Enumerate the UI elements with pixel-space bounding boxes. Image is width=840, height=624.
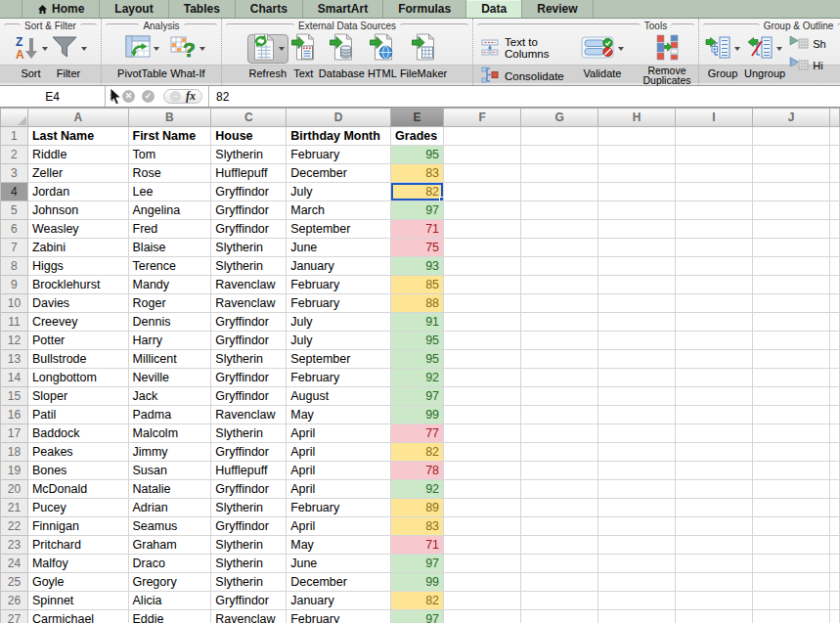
- cell-D7[interactable]: June: [287, 239, 391, 257]
- cell-H27[interactable]: [598, 610, 676, 624]
- row-header-17[interactable]: 17: [1, 424, 28, 443]
- cell-B25[interactable]: Gregory: [128, 573, 211, 592]
- cell-E26[interactable]: 82: [391, 592, 444, 610]
- cell-A27[interactable]: Carmichael: [27, 610, 128, 624]
- cell-A17[interactable]: Baddock: [27, 424, 128, 443]
- cell-C14[interactable]: Gryffindor: [211, 369, 287, 387]
- row-header-5[interactable]: 5: [1, 201, 28, 220]
- cell-H24[interactable]: [598, 555, 676, 573]
- cell-G17[interactable]: [521, 424, 598, 443]
- cell-F9[interactable]: [444, 276, 521, 294]
- import-html-button[interactable]: HTML: [368, 34, 397, 80]
- cell-C26[interactable]: Gryffindor: [211, 592, 287, 610]
- cell-J12[interactable]: [753, 332, 830, 350]
- cell-F16[interactable]: [444, 406, 521, 424]
- cell-F6[interactable]: [444, 220, 521, 239]
- cell-F24[interactable]: [444, 555, 521, 573]
- filter-button[interactable]: Filter: [51, 34, 87, 80]
- cell-E6[interactable]: 71: [391, 220, 444, 239]
- cell-J8[interactable]: [753, 257, 830, 276]
- cell-J2[interactable]: [753, 146, 830, 164]
- cell-J19[interactable]: [753, 462, 830, 480]
- cell-E24[interactable]: 97: [391, 555, 444, 573]
- cell-B23[interactable]: Graham: [128, 536, 211, 555]
- cell-B6[interactable]: Fred: [128, 220, 211, 239]
- cell-B8[interactable]: Terence: [128, 257, 211, 276]
- row-header-12[interactable]: 12: [1, 332, 28, 350]
- cell-E22[interactable]: 83: [391, 517, 444, 536]
- cell-B18[interactable]: Jimmy: [128, 443, 211, 462]
- cell-G25[interactable]: [521, 573, 598, 592]
- cell-H4[interactable]: [598, 183, 676, 201]
- cell-A8[interactable]: Higgs: [27, 257, 128, 276]
- cell-D6[interactable]: September: [287, 220, 391, 239]
- row-header-19[interactable]: 19: [1, 462, 28, 480]
- cell-I25[interactable]: [676, 573, 753, 592]
- row-header-13[interactable]: 13: [1, 350, 28, 369]
- column-header-I[interactable]: I: [676, 109, 753, 127]
- cell-A5[interactable]: Johnson: [27, 201, 128, 220]
- column-header-F[interactable]: F: [444, 109, 521, 127]
- cell-J3[interactable]: [753, 164, 830, 183]
- what-if-button[interactable]: ? What-If: [170, 34, 205, 80]
- cell-H2[interactable]: [598, 146, 676, 164]
- cell-J26[interactable]: [753, 592, 830, 610]
- cell-I2[interactable]: [676, 146, 753, 164]
- cell-F4[interactable]: [444, 183, 521, 201]
- cell-F23[interactable]: [444, 536, 521, 555]
- cell-I13[interactable]: [676, 350, 753, 369]
- cell-J24[interactable]: [753, 555, 830, 573]
- import-text-button[interactable]: Text: [291, 34, 316, 80]
- row-header-3[interactable]: 3: [1, 164, 28, 183]
- cell-F3[interactable]: [444, 164, 521, 183]
- cell-J21[interactable]: [753, 499, 830, 517]
- text-to-columns-button[interactable]: Text to Columns: [481, 36, 569, 60]
- cell-A11[interactable]: Creevey: [27, 313, 128, 332]
- row-header-1[interactable]: 1: [1, 127, 28, 146]
- tab-tables[interactable]: Tables: [169, 0, 236, 18]
- cell-G22[interactable]: [521, 517, 598, 536]
- cell-H9[interactable]: [598, 276, 676, 294]
- cell-G19[interactable]: [521, 462, 598, 480]
- cell-E12[interactable]: 95: [391, 332, 444, 350]
- cell-E17[interactable]: 77: [391, 424, 444, 443]
- cell-H1[interactable]: [598, 127, 676, 146]
- group-button[interactable]: Group: [705, 34, 740, 80]
- cell-C18[interactable]: Gryffindor: [211, 443, 287, 462]
- cell-E16[interactable]: 99: [391, 406, 444, 424]
- row-header-26[interactable]: 26: [1, 592, 28, 610]
- cell-E2[interactable]: 95: [391, 146, 444, 164]
- cell-I24[interactable]: [676, 555, 753, 573]
- cell-E7[interactable]: 75: [391, 239, 444, 257]
- cell-A9[interactable]: Brocklehurst: [27, 276, 128, 294]
- consolidate-button[interactable]: Consolidate: [481, 67, 569, 85]
- cell-D12[interactable]: July: [287, 332, 391, 350]
- cell-F21[interactable]: [444, 499, 521, 517]
- row-header-27[interactable]: 27: [1, 610, 28, 624]
- hide-detail-button[interactable]: Hi: [789, 57, 825, 73]
- cell-C5[interactable]: Gryffindor: [211, 201, 287, 220]
- cell-C10[interactable]: Ravenclaw: [211, 294, 287, 313]
- cell-E5[interactable]: 97: [391, 201, 444, 220]
- cell-F26[interactable]: [444, 592, 521, 610]
- cell-C11[interactable]: Gryffindor: [211, 313, 287, 332]
- insert-function-button[interactable]: – fx: [163, 89, 202, 104]
- validate-button[interactable]: Validate: [581, 34, 624, 80]
- cell-D3[interactable]: December: [287, 164, 391, 183]
- cell-D23[interactable]: May: [287, 536, 391, 555]
- cell-G16[interactable]: [521, 406, 598, 424]
- cell-G5[interactable]: [521, 201, 598, 220]
- cell-I21[interactable]: [676, 499, 753, 517]
- cell-J1[interactable]: [753, 127, 830, 146]
- cell-J27[interactable]: [753, 610, 830, 624]
- cell-I22[interactable]: [676, 517, 753, 536]
- cell-C15[interactable]: Gryffindor: [211, 387, 287, 406]
- row-header-14[interactable]: 14: [1, 369, 28, 387]
- chevron-down-icon[interactable]: [154, 47, 159, 51]
- cell-A20[interactable]: McDonald: [27, 480, 128, 499]
- cell-J23[interactable]: [753, 536, 830, 555]
- cell-H19[interactable]: [598, 462, 676, 480]
- cell-J25[interactable]: [753, 573, 830, 592]
- cell-B2[interactable]: Tom: [128, 146, 211, 164]
- cell-F20[interactable]: [444, 480, 521, 499]
